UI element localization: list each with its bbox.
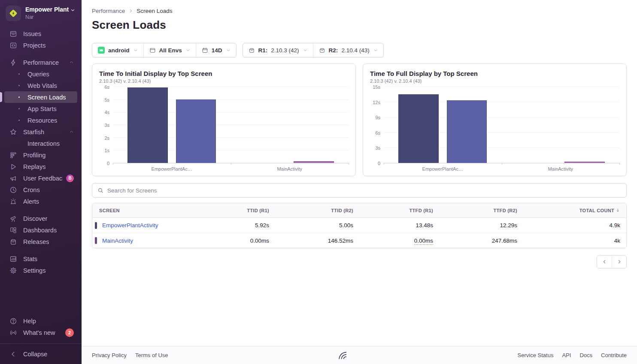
metric-value: 5.00s [339,222,353,229]
column-label: TTFD (R1) [409,208,433,213]
screen-search[interactable] [92,183,627,198]
value-cell: 146.52ms [275,238,359,244]
sidebar-spacer [0,276,82,315]
y-tick-label: 0 [107,161,109,166]
bar-r1[interactable] [127,87,167,163]
sidebar-item-app-starts[interactable]: App Starts [4,103,77,114]
sidebar-item-starfish[interactable]: Starfish [4,126,77,138]
filter-value: android [108,47,130,54]
footer-link-api[interactable]: API [562,352,571,358]
project-filter[interactable]: android [92,43,143,57]
bar-r2[interactable] [447,100,487,163]
sidebar-footer: HelpWhat's new2Collapse [0,315,82,364]
sidebar-item-screen-loads[interactable]: Screen Loads [4,91,77,103]
sidebar-item-label: Stats [23,256,37,262]
release-1-filter[interactable]: R1:2.10.3 (42) [243,43,313,57]
release-2-filter[interactable]: R2:2.10.4 (43) [313,43,383,57]
value-cell: 5.00s [275,222,359,229]
sidebar-item-queries[interactable]: Queries [4,68,77,80]
chevron-down-icon [133,48,138,52]
broadcast-icon [9,329,17,337]
sidebar-item-collapse[interactable]: Collapse [4,348,77,360]
sidebar-item-releases[interactable]: Releases [4,236,77,247]
release-icon [249,47,255,54]
sidebar-section-gap [0,247,82,253]
sidebar-item-replays[interactable]: Replays [4,161,77,172]
column-header-total-count[interactable]: TOTAL COUNT [523,208,626,213]
sidebar-item-dashboards[interactable]: Dashboards [4,224,77,236]
footer-link-terms-of-use[interactable]: Terms of Use [135,352,168,358]
y-axis: 03s6s9s12s15s [370,87,384,163]
previous-page-button[interactable] [597,256,612,268]
replays-icon [9,163,17,171]
filter-value: 2.10.3 (42) [271,47,299,54]
value-cell: 13.48s [359,222,439,229]
y-tick-label: 12s [373,100,380,105]
sidebar-item-interactions[interactable]: Interactions [4,138,77,149]
column-label: TTID (R2) [331,208,353,213]
org-switcher[interactable]: Empower Plant Nar [0,0,82,25]
chart-title: Time To Initial Display by Top Screen [99,70,349,77]
chart-subtitle: 2.10.3 (42) v. 2.10.4 (43) [99,78,349,84]
search-input[interactable] [107,187,621,194]
sidebar-item-label: Profiling [23,152,46,159]
sidebar-item-resources[interactable]: Resources [4,114,77,126]
filter-prefix: R1: [258,47,268,54]
star-icon [9,128,17,136]
org-avatar [6,6,21,21]
bar-r2[interactable] [294,161,334,163]
bar-r2[interactable] [564,162,604,163]
footer-link-docs[interactable]: Docs [579,352,592,358]
bar-group-2 [231,87,349,163]
sidebar-item-label: Projects [23,42,46,49]
search-icon [97,187,103,193]
sidebar: Empower Plant Nar IssuesProjectsPerforma… [0,0,82,364]
sidebar-item-performance[interactable]: Performance [4,57,77,68]
sidebar-item-whats-new[interactable]: What's new2 [4,327,77,338]
footer-link-service-status[interactable]: Service Status [518,352,554,358]
bar-r2[interactable] [176,99,216,163]
sidebar-item-stats[interactable]: Stats [4,253,77,265]
ttfd-chart-card: Time To Full Display by Top Screen 2.10.… [363,63,627,176]
sidebar-item-crons[interactable]: Crons [4,184,77,196]
sidebar-item-label: Performance [23,59,59,66]
column-header-ttid-r2[interactable]: TTID (R2) [275,208,359,213]
metric-value[interactable]: 0.00ms [414,238,433,245]
column-label: SCREEN [99,208,120,213]
screen-link[interactable]: EmpowerPlantActivity [102,222,158,229]
footer-link-contribute[interactable]: Contribute [601,352,627,358]
column-header-ttfd-r2[interactable]: TTFD (R2) [439,208,523,213]
sidebar-item-projects[interactable]: Projects [4,39,77,51]
org-project-name: Nar [25,14,75,21]
sidebar-item-web-vitals[interactable]: Web Vitals [4,80,77,91]
sidebar-item-label: App Starts [27,105,57,112]
footer-links-right: Service StatusAPIDocsContribute [518,352,627,358]
sidebar-item-alerts[interactable]: Alerts [4,196,77,207]
breadcrumb-performance[interactable]: Performance [92,8,125,14]
sidebar-item-user-feedback[interactable]: User FeedbackB [4,172,77,184]
chart-subtitle: 2.10.3 (42) v. 2.10.4 (43) [370,78,619,84]
charts-row: Time To Initial Display by Top Screen 2.… [92,63,627,176]
sidebar-item-issues[interactable]: Issues [4,28,77,39]
siren-icon [9,198,17,205]
sidebar-item-profiling[interactable]: Profiling [4,149,77,161]
sidebar-item-settings[interactable]: Settings [4,265,77,276]
bullet-icon [18,120,20,121]
column-header-ttfd-r1[interactable]: TTFD (R1) [359,208,439,213]
sidebar-item-label: Releases [23,238,49,245]
screen-link[interactable]: MainActivity [102,238,133,244]
page-filter-group: androidAll Envs14D [92,43,237,57]
footer-link-privacy-policy[interactable]: Privacy Policy [92,352,127,358]
date-range-filter[interactable]: 14D [196,43,236,57]
sidebar-item-discover[interactable]: Discover [4,213,77,224]
value-cell: 5.92s [191,222,275,229]
environment-filter[interactable]: All Envs [143,43,196,57]
next-page-button[interactable] [612,256,626,268]
bar-r1[interactable] [398,94,438,163]
column-header-ttid-r1[interactable]: TTID (R1) [191,208,275,213]
column-header-screen[interactable]: SCREEN [92,208,191,213]
sidebar-item-label: Starfish [23,129,44,135]
bullet-icon [18,108,20,109]
bar-slot [398,87,438,163]
sidebar-item-help[interactable]: Help [4,315,77,327]
